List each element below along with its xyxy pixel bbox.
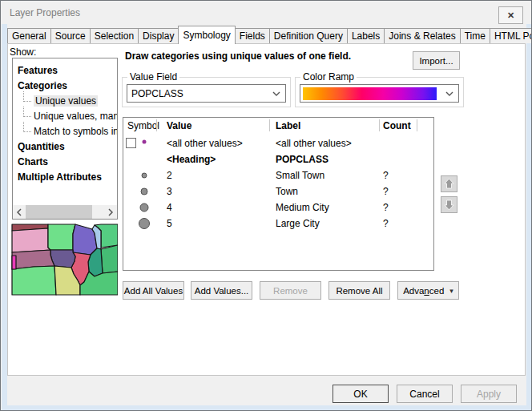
title-bar[interactable]: Layer Properties ✕ <box>2 2 531 24</box>
tab-fields[interactable]: Fields <box>235 28 270 43</box>
cancel-button[interactable]: Cancel <box>397 385 453 403</box>
window-title: Layer Properties <box>10 7 80 18</box>
color-ramp-dropdown[interactable] <box>300 84 459 103</box>
scroll-right-arrow[interactable] <box>104 205 117 219</box>
column-divider[interactable] <box>269 119 270 131</box>
value-field-group-label: Value Field <box>127 71 179 83</box>
ok-button[interactable]: OK <box>332 385 389 403</box>
tab-time[interactable]: Time <box>460 28 490 43</box>
column-header-label: Label <box>276 118 300 134</box>
tab-definition-query[interactable]: Definition Query <box>269 28 348 43</box>
tree-connector <box>23 122 31 132</box>
point-symbol[interactable] <box>131 216 157 232</box>
map-preview <box>11 224 118 296</box>
tree-item-label: Unique values, many <box>34 111 118 122</box>
count-cell: ? <box>383 167 389 183</box>
value-cell: 5 <box>167 216 172 232</box>
label-cell: Medium City <box>276 199 329 216</box>
tree-item-charts[interactable]: Charts <box>13 155 118 170</box>
show-label: Show: <box>10 46 36 58</box>
tab-source[interactable]: Source <box>50 28 91 43</box>
method-description: Draw categories using unique values of o… <box>125 50 405 62</box>
value-field-value: POPCLASS <box>127 88 272 99</box>
scrollbar-thumb[interactable] <box>26 205 92 219</box>
tree-item-label: Unique values <box>34 95 98 107</box>
tree-horizontal-scrollbar[interactable] <box>13 205 117 219</box>
tree-connector <box>23 91 31 102</box>
tab-selection[interactable]: Selection <box>90 28 139 43</box>
table-row-class-3[interactable]: 3 Town ? <box>123 183 433 199</box>
column-header-value: Value <box>167 118 191 134</box>
value-field-dropdown[interactable]: POPCLASS <box>127 84 286 103</box>
column-divider[interactable] <box>379 119 380 131</box>
remove-button: Remove <box>260 281 321 300</box>
tree-item-features[interactable]: Features <box>13 63 118 79</box>
point-symbol[interactable] <box>131 167 157 183</box>
chevron-down-icon <box>272 91 280 96</box>
point-symbol[interactable] <box>131 183 157 199</box>
count-cell: ? <box>383 183 389 199</box>
tab-bar: General Source Selection Display Symbolo… <box>7 26 532 43</box>
tree-item-label: Match to symbols in a <box>34 126 118 137</box>
table-row-all-other-values[interactable]: <all other values> <all other values> <box>123 135 433 151</box>
window-frame-right <box>526 24 532 411</box>
import-button[interactable]: Import... <box>413 51 460 70</box>
unique-values-table: Symbol Value Label Count <all other valu… <box>123 117 434 271</box>
value-cell: <Heading> <box>167 151 216 167</box>
map-state-sd <box>12 228 50 252</box>
table-row-heading[interactable]: <Heading> POPCLASS <box>123 151 433 167</box>
apply-button: Apply <box>461 385 517 403</box>
label-cell: POPCLASS <box>276 151 328 167</box>
advanced-dropdown-icon: ▾ <box>449 287 453 295</box>
show-tree: Features Categories Unique values Unique… <box>12 58 118 220</box>
point-symbol[interactable] <box>131 199 157 216</box>
arrow-down-icon <box>441 197 457 212</box>
value-cell: 3 <box>167 183 172 199</box>
chevron-right-icon <box>107 208 114 216</box>
count-cell: ? <box>383 199 389 216</box>
chevron-down-icon <box>445 91 453 96</box>
table-row-class-5[interactable]: 5 Large City ? <box>123 216 433 232</box>
add-values-button[interactable]: Add Values... <box>191 281 252 300</box>
tab-html-popup[interactable]: HTML Popup <box>490 28 532 43</box>
map-state-ks <box>12 266 56 295</box>
move-up-button[interactable] <box>441 175 457 192</box>
column-header-count: Count <box>383 118 411 134</box>
map-state-co <box>12 256 16 269</box>
column-divider[interactable] <box>156 119 157 131</box>
all-other-values-checkbox[interactable] <box>126 138 136 148</box>
tab-general[interactable]: General <box>7 28 51 43</box>
value-cell: 2 <box>167 167 172 183</box>
add-all-values-button[interactable]: Add All Values <box>123 281 184 300</box>
tab-display[interactable]: Display <box>138 28 179 43</box>
close-icon: ✕ <box>507 10 514 21</box>
scroll-left-arrow[interactable] <box>13 205 26 219</box>
color-ramp-group-label: Color Ramp <box>300 71 357 83</box>
close-button[interactable]: ✕ <box>498 6 523 24</box>
tab-labels[interactable]: Labels <box>347 28 385 43</box>
remove-all-button[interactable]: Remove All <box>328 281 390 300</box>
label-cell: <all other values> <box>276 135 352 151</box>
tab-symbology[interactable]: Symbology <box>178 26 235 44</box>
color-ramp-preview <box>303 87 437 100</box>
tree-connector <box>23 107 31 117</box>
map-state-mn <box>48 224 75 250</box>
tree-item-quantities[interactable]: Quantities <box>13 139 118 155</box>
table-row-class-2[interactable]: 2 Small Town ? <box>123 167 433 183</box>
column-header-symbol: Symbol <box>127 118 159 134</box>
arrow-up-icon <box>441 176 457 191</box>
map-state-oh <box>101 245 118 273</box>
column-divider[interactable] <box>417 119 417 131</box>
point-symbol[interactable] <box>138 137 151 150</box>
tab-joins-relates[interactable]: Joins & Relates <box>384 28 460 43</box>
tree-item-match-symbols[interactable]: Match to symbols in a <box>13 124 118 139</box>
move-down-button[interactable] <box>441 196 457 213</box>
advanced-button[interactable]: Advanced ▾ <box>397 281 459 300</box>
chevron-left-icon <box>16 208 22 216</box>
label-cell: Small Town <box>276 167 324 183</box>
table-row-class-4[interactable]: 4 Medium City ? <box>123 199 433 216</box>
value-cell: 4 <box>167 199 172 216</box>
tree-item-multiple-attributes[interactable]: Multiple Attributes <box>13 170 118 185</box>
label-cell: Town <box>276 183 298 199</box>
value-cell: <all other values> <box>167 135 243 151</box>
